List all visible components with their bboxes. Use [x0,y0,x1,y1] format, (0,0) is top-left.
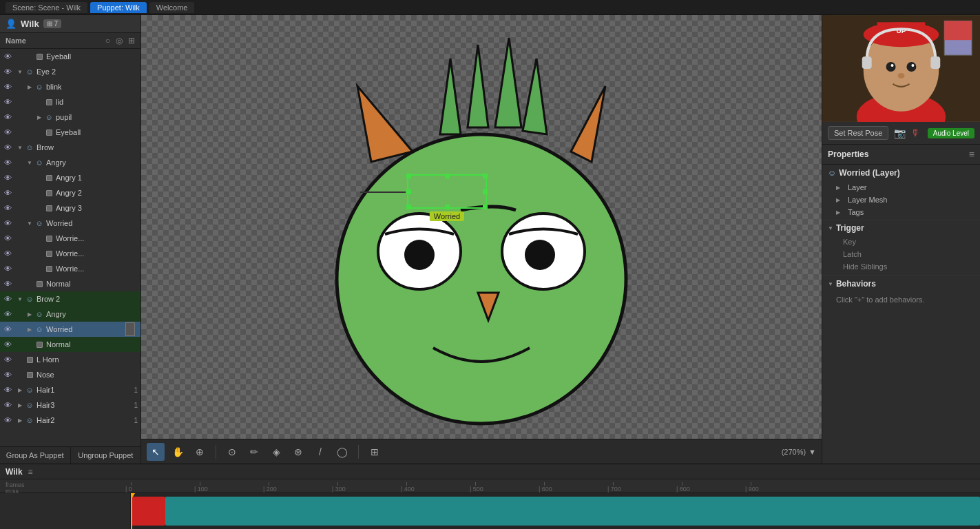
vis-icon[interactable] [0,367,15,382]
vis-icon[interactable] [0,307,15,322]
track-content[interactable] [131,493,980,529]
zoom-dropdown-icon[interactable]: ▼ [809,448,816,456]
layer-row[interactable]: ☺ Eye 2 [0,64,140,79]
audio-level-btn[interactable]: Audio Level [928,128,974,138]
tool-record[interactable]: ⊙ [223,443,241,461]
layer-row[interactable]: Nose [0,367,140,382]
layer-row[interactable]: ☺ Angry [0,307,140,322]
layer-row[interactable]: ☺ Hair1 1 [0,382,140,397]
canvas-viewport[interactable]: Worried [141,15,822,439]
prop-item-tags[interactable]: Tags [822,206,980,218]
layer-row[interactable]: Worrie... [0,246,140,261]
expand-btn[interactable] [15,400,25,410]
tab-puppet[interactable]: Puppet: Wilk [90,2,147,13]
layer-row[interactable]: ☺ Hair3 1 [0,397,140,413]
layer-row[interactable]: ☺ blink [0,79,140,94]
layer-row[interactable]: Eyeball [0,125,140,140]
vis-icon[interactable] [0,337,15,352]
layer-name: Brow 2 [37,295,138,303]
properties-menu-icon[interactable]: ≡ [969,149,974,160]
expand-btn[interactable] [34,112,44,122]
vis-icon[interactable] [0,291,15,307]
vis-icon[interactable] [0,322,15,337]
layer-row[interactable]: ☺ pupil [0,110,140,125]
layer-name: Eyeball [56,128,138,136]
layer-row[interactable]: ☺ Angry [0,155,140,170]
expand-btn[interactable] [25,218,34,228]
vis-icon[interactable] [0,413,15,428]
vis-icon[interactable] [0,382,15,397]
expand-btn[interactable] [25,82,34,92]
expand-btn[interactable] [15,294,25,304]
vis-icon[interactable] [0,352,15,367]
layer-row[interactable]: Angry 3 [0,200,140,216]
layer-row[interactable]: Angry 1 [0,170,140,185]
expand-btn[interactable] [15,143,25,152]
vis-icon[interactable] [0,200,15,216]
expand-btn[interactable] [25,324,34,334]
vis-icon[interactable] [0,125,15,140]
zoom-indicator: (270%) ▼ [782,448,816,456]
trigger-title: Trigger [836,223,864,233]
expand-btn[interactable] [15,415,25,425]
layer-row[interactable]: Worrie... [0,231,140,246]
layer-row[interactable]: ☺ Hair2 1 [0,413,140,428]
tool-paint[interactable]: ◯ [333,443,351,461]
layer-row[interactable]: ☺ Brow [0,140,140,155]
tool-brush[interactable]: ✏ [245,443,263,461]
tab-welcome[interactable]: Welcome [149,2,195,13]
ungroup-puppet-btn[interactable]: Ungroup Puppet [71,447,141,464]
vis-icon[interactable] [0,185,15,200]
vis-icon[interactable] [0,261,15,276]
layer-row[interactable]: L Horn [0,352,140,367]
tool-hand[interactable]: ✋ [169,443,187,461]
vis-icon[interactable] [0,64,15,79]
expand-btn[interactable] [25,158,34,167]
vis-icon-eyeball[interactable] [0,49,15,64]
tool-grid[interactable]: ⊞ [366,443,384,461]
tool-origin[interactable]: ⊛ [289,443,307,461]
center-area: Worried ↖ ✋ ⊕ ⊙ ✏ ◈ ⊛ / ◯ ⊞ (270%) ▼ [141,15,822,464]
trigger-key-label: Key [843,238,898,246]
timeline-name: Wilk [6,467,23,477]
layer-row[interactable]: Angry 2 [0,185,140,200]
group-as-puppet-btn[interactable]: Group As Puppet [0,447,71,464]
col-icon-cam: ◎ [116,36,123,45]
vis-icon[interactable] [0,140,15,155]
timeline-menu-icon[interactable]: ≡ [28,467,33,477]
layer-type-icon [44,127,54,137]
tool-pin[interactable]: ◈ [267,443,285,461]
prop-item-layer[interactable]: Layer [822,181,980,194]
vis-icon[interactable] [0,110,15,125]
tool-zoom[interactable]: ⊕ [191,443,209,461]
layer-row[interactable]: Worrie... [0,261,140,276]
layer-row[interactable]: ☺ Brow 2 [0,291,140,307]
layer-row[interactable]: Eyeball [0,49,140,64]
set-rest-pose-btn[interactable]: Set Rest Pose [828,126,888,140]
prop-item-layermesh[interactable]: Layer Mesh [822,194,980,206]
layer-row[interactable]: Normal [0,276,140,291]
vis-icon[interactable] [0,216,15,231]
behaviors-header[interactable]: Behaviors [822,276,980,291]
layer-name: Hair1 [37,386,127,394]
expand-btn[interactable] [25,309,34,319]
tool-select[interactable]: ↖ [147,443,165,461]
tool-bone[interactable]: / [311,443,329,461]
trigger-header[interactable]: Trigger [822,220,980,236]
tab-scene[interactable]: Scene: Scene - Wilk [6,2,87,13]
col-icon-grid: ⊞ [128,36,135,45]
vis-icon[interactable] [0,79,15,94]
expand-btn[interactable] [15,385,25,395]
layer-row[interactable]: Normal [0,337,140,352]
vis-icon[interactable] [0,246,15,261]
vis-icon[interactable] [0,276,15,291]
vis-icon[interactable] [0,155,15,170]
vis-icon[interactable] [0,170,15,185]
layer-row-worried-brow2[interactable]: ☺ Worried [0,322,140,337]
vis-icon[interactable] [0,94,15,110]
vis-icon[interactable] [0,397,15,413]
layer-row[interactable]: lid [0,94,140,110]
expand-btn[interactable] [15,67,25,76]
vis-icon[interactable] [0,231,15,246]
layer-row[interactable]: ☺ Worried [0,216,140,231]
